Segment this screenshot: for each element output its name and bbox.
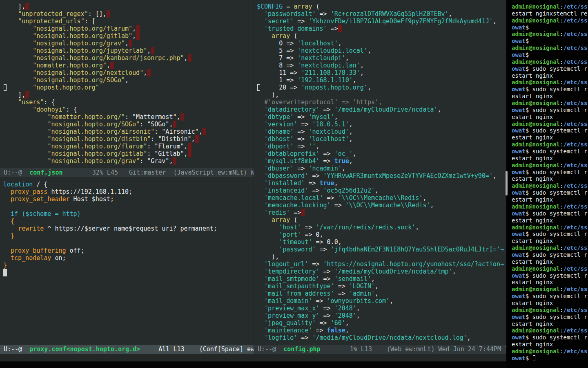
code-line[interactable]: 'port' => 0, <box>257 231 506 238</box>
code-line[interactable]: "nosignal.hopto.org/flarum": "Flarum", <box>3 143 254 150</box>
code-line[interactable]: 5 => 'nextcloudpi.local', <box>257 47 506 54</box>
terminal-line[interactable]: admin@nosignal:/etc/ss <box>512 3 588 10</box>
terminal-line[interactable]: admin@nosignal:/etc/ss <box>512 17 588 24</box>
code-line[interactable]: "nomatter.hopto.org/": "Mattermost", <box>3 113 254 121</box>
code-line[interactable]: 0 => 'localhost', <box>257 40 506 47</box>
terminal-line[interactable]: owat$ <box>512 52 588 58</box>
code-line[interactable]: "nomatter.hopto.org", <box>3 62 254 69</box>
code-line[interactable]: proxy_buffering off; <box>3 247 254 254</box>
code-line[interactable]: tcp_nodelay on; <box>3 254 254 262</box>
terminal-line[interactable]: estart nginx <box>512 175 588 182</box>
terminal-line[interactable]: owat$ sudo systemctl r <box>512 314 588 321</box>
code-line[interactable]: 'mail_smtpmode' => 'sendmail', <box>257 275 506 283</box>
code-line[interactable]: "nosignal.hopto.org/gitlab": "Gitlab", <box>3 150 254 157</box>
terminal-line[interactable]: owat$ sudo systemctl r <box>512 86 588 93</box>
code-line[interactable] <box>3 240 254 247</box>
code-line[interactable]: proxy_set_header Host $host; <box>3 195 254 203</box>
code-line[interactable]: ), <box>257 253 506 260</box>
code-line[interactable]: 11 => '211.108.178.33', <box>257 69 506 76</box>
code-line[interactable]: 'preview_max_y' => '2048', <box>257 312 506 319</box>
code-line[interactable]: 'dbtableprefix' => 'oc_', <box>257 150 506 157</box>
terminal-line[interactable]: owat$ sudo systemctl r <box>512 293 588 300</box>
code-line[interactable]: "nopost.hopto.org" <box>3 84 254 91</box>
code-line[interactable] <box>3 203 254 210</box>
terminal-line[interactable]: estart nginx <box>512 341 588 348</box>
code-line[interactable]: 'dbpassword' => 'YYHRvwAFR3muntxMpeseZeV… <box>257 172 506 180</box>
code-line[interactable]: ], <box>3 3 254 10</box>
code-line[interactable]: 'dbhost' => 'localhost', <box>257 135 506 143</box>
terminal-line[interactable]: admin@nosignal:/etc/ss <box>512 31 588 38</box>
code-line[interactable]: "nosignal.hopto.org/jupyterlab", <box>3 47 254 54</box>
terminal-line[interactable]: owat$ sudo systemctl r <box>512 127 588 134</box>
code-line[interactable]: "nosignal.hopto.org/nextcloud", <box>3 69 254 76</box>
editor-window-config-php[interactable]: $CONFIG = array ( 'passwordsalt' => 'Rc+… <box>254 0 506 345</box>
terminal-line[interactable]: owat$ sudo systemctl r <box>512 251 588 258</box>
modeline-config-php[interactable]: U:--@ config.php 1% L13 (Web ew:mnLt) We… <box>254 345 506 354</box>
terminal-line[interactable]: admin@nosignal:/etc/ss <box>512 58 588 65</box>
code-line[interactable]: "unprotected_regex": [], <box>3 10 254 18</box>
terminal-line[interactable]: estart nginxstemctl re <box>512 10 588 17</box>
modeline-text[interactable]: U:--@ proxy.conf<nopost.hopto.org.d> All… <box>4 346 254 353</box>
code-line[interactable]: } <box>3 262 254 269</box>
terminal-line[interactable]: owat$ sudo systemctl r <box>512 189 588 196</box>
terminal-line[interactable]: estart nginx <box>512 196 588 203</box>
code-line[interactable]: 'password' => 'jfq4bdhaNEm2F3N1E8hQ7YauS… <box>257 246 506 253</box>
terminal-line[interactable]: admin@nosignal:/etc/ss <box>512 348 588 355</box>
terminal-line[interactable]: estart nginx <box>512 258 588 265</box>
code-line[interactable]: 'logout_url' => 'https://nosignal.hopto.… <box>257 260 506 268</box>
editor-window-conf-json[interactable]: ], "unprotected_regex": [], "unprotected… <box>0 0 254 168</box>
modeline-text[interactable]: U:--@ config.php 1% L13 (Web ew:mnLt) We… <box>258 346 506 353</box>
code-line[interactable]: 'dbport' => '', <box>257 143 506 150</box>
terminal-line[interactable]: estart nginx <box>512 114 588 121</box>
code-line[interactable]: 'instanceid' => 'oc5q256d12u2', <box>257 187 506 194</box>
code-line[interactable]: "users": { <box>3 99 254 106</box>
terminal-line[interactable]: owat$ <box>512 355 588 362</box>
code-line[interactable]: 'trusted_domains' => <box>257 25 506 32</box>
terminal-line[interactable]: estart nginx <box>512 238 588 245</box>
code-line[interactable]: array ( <box>257 216 506 224</box>
terminal-pane[interactable]: admin@nosignal:/etc/ssestart nginxstemct… <box>506 0 588 368</box>
terminal-line[interactable]: admin@nosignal:/etc/ss <box>512 307 588 314</box>
terminal-line[interactable]: estart nginx <box>512 321 588 328</box>
code-line[interactable]: 'jpeg_quality' => '60', <box>257 319 506 327</box>
modeline-text[interactable]: U:--@ conf.json 32% L45 Git:master (Java… <box>4 169 254 176</box>
code-line[interactable]: { <box>3 218 254 225</box>
modeline-proxy-conf[interactable]: U:--@ proxy.conf<nopost.hopto.org.d> All… <box>0 345 254 354</box>
code-line[interactable]: 'mail_from_address' => 'admin', <box>257 290 506 297</box>
terminal-line[interactable]: owat$ sudo systemctl r <box>512 169 588 176</box>
code-line[interactable]: rewrite ^ https://$server_name$request_u… <box>3 225 254 232</box>
code-line[interactable]: "nosignal.hopto.org/grav": "Grav", <box>3 157 254 165</box>
code-line[interactable]: 8 => 'nextcloudpi.lan', <box>257 62 506 69</box>
terminal-line[interactable]: admin@nosignal:/etc/ss <box>512 162 588 169</box>
code-line[interactable] <box>3 269 254 276</box>
scrollbar-thumb[interactable] <box>506 171 508 195</box>
terminal-line[interactable]: admin@nosignal:/etc/ss <box>512 245 588 251</box>
code-line[interactable]: 'timeout' => 0.0, <box>257 238 506 246</box>
terminal-line[interactable]: admin@nosignal:/etc/ss <box>512 265 588 272</box>
terminal-line[interactable]: estart nginx <box>512 72 588 79</box>
terminal-line[interactable]: estart nginx <box>512 279 588 286</box>
terminal-line[interactable]: admin@nosignal:/etc/ss <box>512 327 588 334</box>
terminal-line[interactable]: estart nginx <box>512 93 588 100</box>
code-line[interactable]: 'memcache.locking' => '\\OC\\Memcache\\R… <box>257 202 506 209</box>
terminal-line[interactable]: admin@nosignal:/etc/ss <box>512 203 588 210</box>
code-line[interactable]: "nosignal.hopto.org/distbin": "Distbin", <box>3 135 254 143</box>
code-line[interactable]: 'preview_max_x' => '2048', <box>257 305 506 312</box>
terminal-line[interactable]: owat$ sudo systemctl r <box>512 272 588 279</box>
terminal-line[interactable]: owat$ <box>512 24 588 31</box>
code-line[interactable]: 'installed' => true, <box>257 180 506 187</box>
terminal-line[interactable]: admin@nosignal:/etc/ss <box>512 141 588 148</box>
code-line[interactable]: $CONFIG = array ( <box>257 3 506 10</box>
code-line[interactable]: 'mysql.utf8mb4' => true, <box>257 157 506 165</box>
terminal-line[interactable]: estart nginx <box>512 155 588 162</box>
code-line[interactable]: "unprotected_urls": [ <box>3 18 254 25</box>
code-line[interactable]: 'secret' => 'YkhznvFDe/i1BP7G1ALqeD0eFf9… <box>257 18 506 25</box>
terminal-line[interactable]: admin@nosignal:/etc/ss <box>512 45 588 52</box>
terminal-line[interactable]: admin@nosignal:/etc/ss <box>512 224 588 231</box>
terminal-line[interactable]: admin@nosignal:/etc/ss <box>512 79 588 86</box>
code-line[interactable]: 'dbtype' => 'mysql', <box>257 113 506 121</box>
code-line[interactable]: 7 => 'nextcloudpi', <box>257 54 506 62</box>
code-line[interactable]: 'dbname' => 'nextcloud', <box>257 128 506 135</box>
code-line[interactable]: "nosignal.hopto.org/kanboard/jsonrpc.php… <box>3 54 254 62</box>
terminal-line[interactable]: estart nginx <box>512 134 588 141</box>
